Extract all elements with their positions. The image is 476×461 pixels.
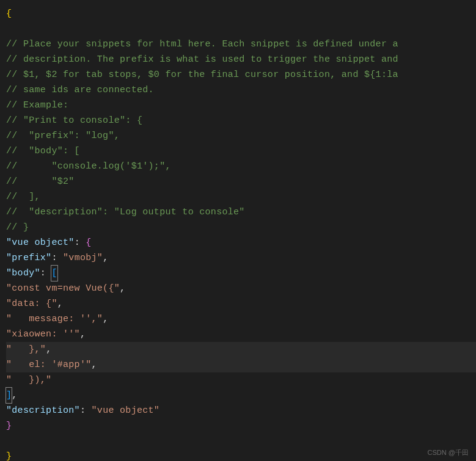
code-line[interactable]: "prefix": "vmobj",: [6, 250, 476, 266]
code-line[interactable]: "description": "vue object": [6, 403, 476, 418]
comment: // "Print to console": {: [6, 113, 142, 128]
comment: // description. The prefix is what is us…: [6, 52, 398, 67]
code-line-active[interactable]: " el: '#app'",: [6, 357, 476, 372]
json-string: "vmobj": [63, 250, 103, 266]
code-line[interactable]: "xiaowen: ''",: [6, 327, 476, 342]
json-key: "vue object": [6, 235, 75, 250]
json-string: "vue object": [92, 403, 160, 418]
code-line[interactable]: // "$2": [6, 174, 476, 189]
code-line[interactable]: " },",: [6, 342, 476, 357]
code-line[interactable]: {: [6, 6, 476, 21]
json-key: "body": [6, 266, 40, 281]
close-brace: }: [6, 449, 12, 461]
code-line[interactable]: // ],: [6, 189, 476, 205]
code-line[interactable]: }: [6, 418, 476, 434]
code-line[interactable]: [6, 434, 476, 449]
comment: // }: [6, 220, 29, 235]
code-line[interactable]: // Place your snippets for html here. Ea…: [6, 37, 476, 52]
code-line[interactable]: // "console.log('$1');",: [6, 159, 476, 174]
comment: // same ids are connected.: [6, 82, 154, 98]
code-line[interactable]: // Example:: [6, 98, 476, 113]
code-line[interactable]: // "Print to console": {: [6, 113, 476, 128]
json-string: " },": [6, 342, 46, 357]
code-line[interactable]: // "description": "Log output to console…: [6, 205, 476, 220]
code-line[interactable]: " }),": [6, 372, 476, 388]
comment: // "$2": [6, 174, 75, 189]
comment: // ],: [6, 189, 40, 205]
comment: // $1, $2 for tab stops, $0 for the fina…: [6, 67, 398, 82]
json-string: "data: {": [6, 296, 57, 311]
json-string: " message: '',": [6, 311, 103, 327]
code-editor[interactable]: { // Place your snippets for html here. …: [0, 0, 476, 461]
comment: // "description": "Log output to console…: [6, 205, 245, 220]
json-string: "const vm=new Vue({": [6, 281, 120, 296]
code-line[interactable]: "body": [: [6, 266, 476, 281]
json-string: " }),": [6, 372, 51, 388]
json-key: "description": [6, 403, 80, 418]
json-string: " el: '#app'": [6, 357, 92, 372]
comment: // "prefix": "log",: [6, 128, 120, 143]
code-line[interactable]: // "prefix": "log",: [6, 128, 476, 143]
code-line[interactable]: // "body": [: [6, 143, 476, 159]
code-line[interactable]: ],: [6, 388, 476, 403]
json-string: "xiaowen: ''": [6, 327, 80, 342]
comment: // Place your snippets for html here. Ea…: [6, 37, 398, 52]
code-line[interactable]: "data: {",: [6, 296, 476, 311]
code-line[interactable]: "const vm=new Vue({",: [6, 281, 476, 296]
comment: // Example:: [6, 98, 68, 113]
code-line[interactable]: // $1, $2 for tab stops, $0 for the fina…: [6, 67, 476, 82]
code-line[interactable]: // same ids are connected.: [6, 82, 476, 98]
code-line[interactable]: " message: '',",: [6, 311, 476, 327]
code-line[interactable]: // }: [6, 220, 476, 235]
comment: // "console.log('$1');",: [6, 159, 171, 174]
code-line[interactable]: }: [6, 449, 476, 461]
code-line[interactable]: [6, 21, 476, 37]
watermark: CSDN @千田: [428, 448, 469, 457]
json-key: "prefix": [6, 250, 51, 266]
code-line[interactable]: // description. The prefix is what is us…: [6, 52, 476, 67]
comment: // "body": [: [6, 143, 80, 159]
code-line[interactable]: "vue object": {: [6, 235, 476, 250]
open-brace: {: [6, 6, 12, 21]
